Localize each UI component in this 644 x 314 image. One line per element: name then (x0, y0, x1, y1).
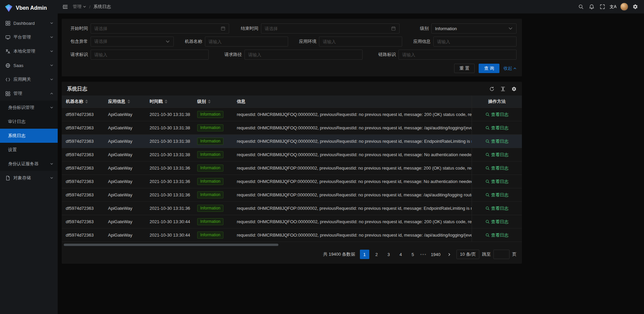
level-select[interactable]: Information (431, 23, 517, 34)
table-row[interactable]: df5974d72363 ApiGateWay 2021-10-30 13:31… (62, 188, 522, 201)
pagination-ellipsis[interactable]: ••• (420, 252, 427, 257)
sidebar-item-platform[interactable]: 平台管理 (0, 30, 58, 44)
sort-icon[interactable] (85, 100, 88, 104)
query-button[interactable]: 查 询 (479, 64, 499, 73)
env-label: 应用环境 (296, 39, 316, 45)
app-logo[interactable]: Vben Admin (0, 0, 58, 16)
view-log-button[interactable]: 查看日志 (485, 232, 508, 238)
view-log-button[interactable]: 查看日志 (485, 125, 508, 131)
sidebar-item-object-storage[interactable]: 对象存储 (0, 171, 58, 185)
col-header-timestamp[interactable]: 时间戳 (146, 96, 193, 108)
table-row[interactable]: df5974d72363 ApiGateWay 2021-10-30 13:31… (62, 108, 522, 121)
machine-input[interactable] (209, 39, 284, 44)
cell-actions: 查看日志 (472, 148, 522, 161)
sidebar-item-localization[interactable]: 本地化管理 (0, 44, 58, 58)
request-path-input[interactable] (248, 52, 359, 57)
view-log-button[interactable]: 查看日志 (485, 138, 508, 144)
column-settings-gear-icon[interactable] (512, 86, 517, 91)
sort-icon[interactable] (208, 100, 211, 104)
fullscreen-button[interactable] (597, 0, 608, 13)
sidebar-item-identity-management[interactable]: 身份标识管理 (0, 101, 58, 115)
sidebar-item-gateway[interactable]: 应用网关 (0, 72, 58, 86)
col-header-machine[interactable]: 机器名称 (62, 96, 104, 108)
page-button-3[interactable]: 3 (384, 250, 393, 259)
start-time-input[interactable] (94, 26, 218, 31)
view-log-button[interactable]: 查看日志 (485, 179, 508, 185)
sidebar-item-system-log[interactable]: 系统日志 (0, 129, 58, 143)
cell-level: Information (193, 175, 233, 188)
col-header-level[interactable]: 级别 (193, 96, 233, 108)
table-row[interactable]: df5974d72363 ApiGateWay 2021-10-30 13:30… (62, 215, 522, 228)
appinfo-input[interactable] (437, 39, 513, 44)
sidebar-item-management[interactable]: 管理 (0, 86, 58, 101)
table-row[interactable]: df5974d72363 ApiGateWay 2021-10-30 13:31… (62, 121, 522, 134)
page-button-5[interactable]: 5 (408, 250, 418, 259)
request-id-input[interactable] (94, 52, 205, 57)
level-badge: Information (197, 191, 223, 198)
start-time-datepicker[interactable] (91, 23, 229, 34)
jump-page-input[interactable] (493, 250, 509, 259)
view-log-button[interactable]: 查看日志 (485, 205, 508, 211)
view-log-button[interactable]: 查看日志 (485, 165, 508, 171)
env-input-wrap[interactable] (319, 37, 402, 47)
sidebar-item-audit-log[interactable]: 审计日志 (0, 115, 58, 129)
cell-timestamp: 2021-10-30 13:31:36 (146, 188, 193, 201)
view-log-button[interactable]: 查看日志 (485, 152, 508, 158)
table-row[interactable]: df5974d72363 ApiGateWay 2021-10-30 13:30… (62, 228, 522, 242)
request-id-input-wrap[interactable] (91, 50, 209, 60)
table-row[interactable]: df5974d72363 ApiGateWay 2021-10-30 13:31… (62, 161, 522, 175)
collapse-toggle[interactable]: 收起 (503, 65, 517, 71)
view-log-button[interactable]: 查看日志 (485, 112, 508, 118)
management-submenu: 身份标识管理 审计日志 系统日志 设置 身份认证服务器 (0, 101, 58, 171)
request-path-input-wrap[interactable] (245, 50, 363, 60)
machine-input-wrap[interactable] (205, 37, 288, 47)
trace-id-input[interactable] (402, 52, 513, 57)
table-toolbar (489, 86, 517, 91)
page-button-2[interactable]: 2 (372, 250, 381, 259)
page-button-1[interactable]: 1 (360, 250, 369, 259)
end-time-input[interactable] (265, 26, 388, 31)
exception-select[interactable]: 请选择 (91, 37, 174, 47)
scrollbar-thumb[interactable] (64, 244, 278, 246)
cell-message: requestId: 0HMCRBM8JQFOP:00000002, previ… (233, 188, 472, 201)
env-input[interactable] (323, 39, 398, 44)
sidebar-item-dashboard[interactable]: Dashboard (0, 16, 58, 30)
page-size-select[interactable]: 10 条/页 (457, 250, 479, 259)
refresh-icon[interactable] (489, 86, 494, 91)
trace-id-input-wrap[interactable] (398, 50, 517, 60)
locale-button[interactable]: 文A (608, 0, 619, 13)
appinfo-input-wrap[interactable] (433, 37, 517, 47)
menu-fold-icon[interactable] (62, 4, 68, 10)
cell-actions: 查看日志 (472, 215, 522, 228)
sidebar-item-auth-server[interactable]: 身份认证服务器 (0, 157, 58, 171)
end-time-datepicker[interactable] (261, 23, 399, 34)
search-button[interactable] (576, 0, 586, 13)
table-row[interactable]: df5974d72363 ApiGateWay 2021-10-30 13:31… (62, 175, 522, 188)
table-row[interactable]: df5974d72363 ApiGateWay 2021-10-30 13:31… (62, 201, 522, 215)
view-log-button[interactable]: 查看日志 (485, 192, 508, 198)
settings-button[interactable] (630, 0, 641, 13)
table-row[interactable]: df5974d72363 ApiGateWay 2021-10-30 13:31… (62, 148, 522, 161)
avatar[interactable] (620, 3, 628, 11)
cell-timestamp: 2021-10-30 13:31:38 (146, 108, 193, 121)
sidebar-item-settings[interactable]: 设置 (0, 143, 58, 157)
management-icon (5, 91, 10, 96)
notification-button[interactable] (586, 0, 597, 13)
view-log-button[interactable]: 查看日志 (485, 219, 508, 225)
next-page-button[interactable] (444, 250, 454, 259)
page-button-last[interactable]: 1940 (429, 250, 442, 259)
col-header-appinfo[interactable]: 应用信息 (104, 96, 146, 108)
level-badge: Information (197, 138, 223, 145)
sort-icon[interactable] (165, 100, 167, 104)
cell-app-info: ApiGateWay (104, 121, 146, 134)
breadcrumb-management[interactable]: 管理 (73, 4, 86, 10)
page-button-4[interactable]: 4 (396, 250, 406, 259)
row-height-icon[interactable] (500, 86, 505, 91)
chevron-down-icon (50, 162, 53, 166)
sidebar-item-saas[interactable]: Saas (0, 58, 58, 72)
level-select-value: Information (435, 26, 505, 31)
sort-icon[interactable] (127, 100, 130, 104)
table-row[interactable]: df5974d72363 ApiGateWay 2021-10-30 13:31… (62, 134, 522, 148)
magnifier-icon (485, 126, 490, 130)
reset-button[interactable]: 重 置 (454, 64, 475, 73)
